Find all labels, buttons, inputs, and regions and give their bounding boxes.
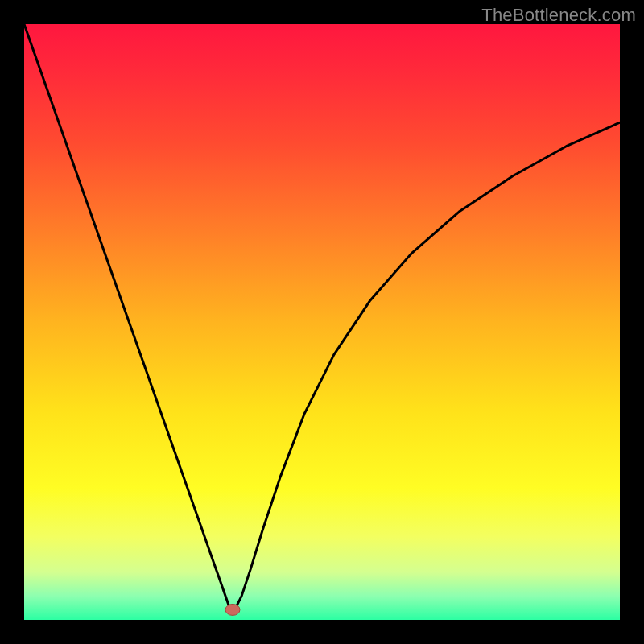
optimum-marker xyxy=(225,604,240,615)
gradient-background xyxy=(24,24,620,620)
watermark-text: TheBottleneck.com xyxy=(481,5,636,26)
bottleneck-chart xyxy=(24,24,620,620)
chart-frame: TheBottleneck.com xyxy=(0,0,644,644)
